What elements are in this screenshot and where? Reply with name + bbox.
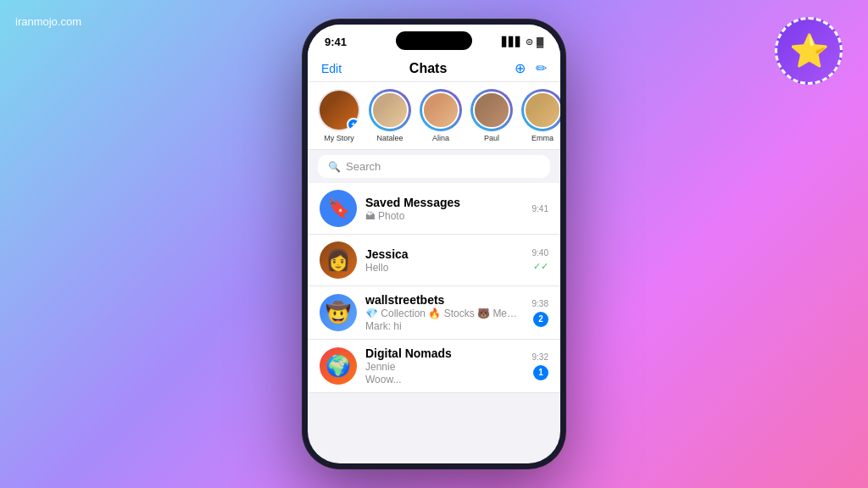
header-action-icons: ⊕ ✏ [515,60,547,76]
digital-nomads-preview2: Woow... [365,374,524,385]
read-check-icon: ✓✓ [533,261,548,272]
wsb-preview: 💎 Collection 🔥 Stocks 🐻 Memes... [365,308,524,319]
wsb-badge: 2 [533,312,548,327]
phone-mockup: 9:41 ▋▋▋ ⊜ ▓ Edit Chats ⊕ ✏ [303,19,565,469]
jessica-preview: Hello [365,262,524,274]
chat-list: 🔖 Saved Messages 🏔 Photo 9:41 [308,183,560,393]
photo-label: Photo [378,210,404,222]
search-icon: 🔍 [328,161,341,173]
wsb-content: wallstreetbets 💎 Collection 🔥 Stocks 🐻 M… [365,293,524,332]
story-label-alina: Alina [432,134,449,142]
status-time: 9:41 [325,36,347,48]
chats-header: Edit Chats ⊕ ✏ [308,55,560,82]
digital-nomads-time: 9:32 [532,352,548,362]
saved-messages-time: 9:41 [532,204,548,214]
compose-icon[interactable]: ✏ [536,60,547,76]
jessica-time: 9:40 [532,248,548,258]
stories-row: + My Story Natalee Alina [308,82,560,150]
story-item-natalee[interactable]: Natalee [369,89,411,142]
photo-emoji: 🏔 [365,210,376,222]
bookmark-icon: 🔖 [327,197,350,219]
story-label-paul: Paul [484,134,499,142]
my-story-avatar: + [318,89,360,131]
new-group-icon[interactable]: ⊕ [515,60,526,76]
story-avatar-emma [521,89,560,131]
phone-outer: 9:41 ▋▋▋ ⊜ ▓ Edit Chats ⊕ ✏ [303,19,565,469]
saved-messages-avatar: 🔖 [320,190,357,227]
saved-messages-content: Saved Messages 🏔 Photo [365,196,524,222]
jessica-content: Jessica Hello [365,247,524,274]
dynamic-island [396,31,472,50]
add-story-icon: + [347,118,360,131]
wsb-preview2: Mark: hi [365,320,524,332]
digital-nomads-content: Digital Nomads Jennie Woow... [365,347,524,385]
digital-nomads-preview: Jennie [365,361,524,373]
search-input[interactable]: 🔍 Search [318,155,550,178]
wifi-icon: ⊜ [526,36,533,47]
watermark-text: iranmojo.com [15,15,81,28]
search-bar: 🔍 Search [308,150,560,183]
chat-item-wsb[interactable]: 🤠 wallstreetbets 💎 Collection 🔥 Stocks 🐻… [308,286,560,340]
status-icons: ▋▋▋ ⊜ ▓ [502,36,543,47]
star-icon: ⭐ [789,32,829,69]
wsb-avatar: 🤠 [320,294,357,331]
chat-item-jessica[interactable]: 👩 Jessica Hello 9:40 ✓✓ [308,235,560,286]
saved-messages-name: Saved Messages [365,196,524,209]
signal-icon: ▋▋▋ [502,36,522,47]
star-badge: ⭐ [775,17,843,85]
story-item-emma[interactable]: Emma [521,89,560,142]
digital-nomads-badge: 1 [533,365,548,380]
digital-nomads-name: Digital Nomads [365,347,524,360]
edit-button[interactable]: Edit [321,62,342,75]
story-label-emma: Emma [531,134,554,142]
page-title: Chats [409,61,447,76]
jessica-meta: 9:40 ✓✓ [532,248,548,272]
search-placeholder: Search [346,160,381,173]
wsb-time: 9:38 [532,299,548,308]
story-avatar-natalee [369,89,411,131]
story-item-my-story[interactable]: + My Story [318,89,360,142]
digital-nomads-meta: 9:32 1 [532,352,548,380]
saved-messages-preview: 🏔 Photo [365,210,524,222]
story-avatar-alina [420,89,462,131]
phone-screen: 9:41 ▋▋▋ ⊜ ▓ Edit Chats ⊕ ✏ [308,25,560,463]
story-avatar-paul [470,89,513,131]
story-label-my-story: My Story [324,134,354,142]
story-item-paul[interactable]: Paul [470,89,513,142]
chat-item-digital-nomads[interactable]: 🌍 Digital Nomads Jennie Woow... 9:32 1 [308,340,560,393]
jessica-avatar: 👩 [320,241,357,279]
wsb-meta: 9:38 2 [532,299,548,327]
story-item-alina[interactable]: Alina [420,89,462,142]
chat-item-saved-messages[interactable]: 🔖 Saved Messages 🏔 Photo 9:41 [308,183,560,235]
saved-messages-meta: 9:41 [532,204,548,214]
digital-nomads-avatar: 🌍 [320,347,357,385]
jessica-name: Jessica [365,247,524,261]
battery-icon: ▓ [537,36,543,47]
story-label-natalee: Natalee [376,134,403,142]
wsb-name: wallstreetbets [365,293,524,307]
